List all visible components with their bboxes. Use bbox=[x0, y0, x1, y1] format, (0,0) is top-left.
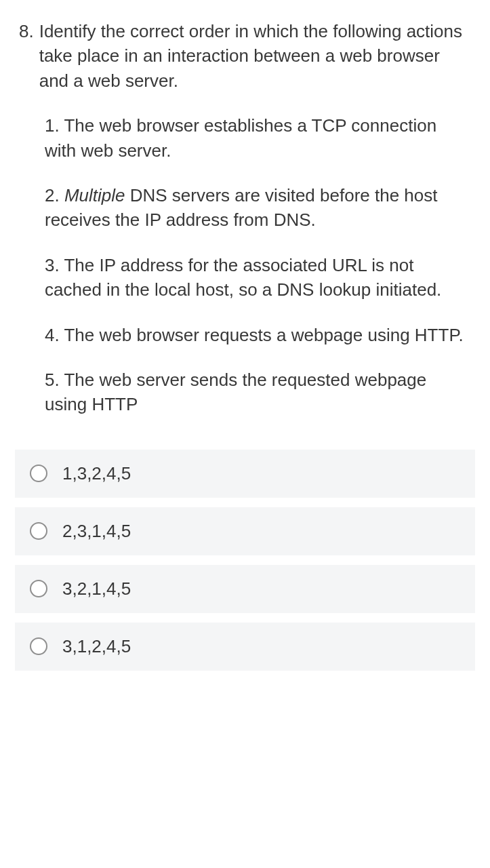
radio-icon bbox=[30, 580, 47, 597]
option-a[interactable]: 1,3,2,4,5 bbox=[15, 450, 475, 498]
option-d-label: 3,1,2,4,5 bbox=[62, 636, 131, 657]
question-item-2: 2. Multiple DNS servers are visited befo… bbox=[45, 183, 471, 233]
question-stem: Identify the correct order in which the … bbox=[39, 19, 471, 93]
option-b[interactable]: 2,3,1,4,5 bbox=[15, 507, 475, 555]
radio-icon bbox=[30, 522, 47, 540]
option-c-label: 3,2,1,4,5 bbox=[62, 578, 131, 599]
question-item-4: 4. The web browser requests a webpage us… bbox=[45, 323, 471, 347]
question-stem-row: 8. Identify the correct order in which t… bbox=[19, 19, 471, 93]
question-item-5: 5. The web server sends the requested we… bbox=[45, 368, 471, 417]
option-d[interactable]: 3,1,2,4,5 bbox=[15, 623, 475, 671]
question-number: 8. bbox=[19, 19, 39, 43]
question-item-2-italic: Multiple bbox=[64, 185, 125, 205]
question-block: 8. Identify the correct order in which t… bbox=[0, 19, 490, 417]
question-item-1: 1. The web browser establishes a TCP con… bbox=[45, 113, 471, 163]
radio-icon bbox=[30, 465, 47, 482]
option-b-label: 2,3,1,4,5 bbox=[62, 521, 131, 542]
question-item-2-prefix: 2. bbox=[45, 185, 64, 205]
option-c[interactable]: 3,2,1,4,5 bbox=[15, 565, 475, 613]
question-item-3: 3. The IP address for the associated URL… bbox=[45, 253, 471, 302]
option-a-label: 1,3,2,4,5 bbox=[62, 463, 131, 484]
options-list: 1,3,2,4,5 2,3,1,4,5 3,2,1,4,5 3,1,2,4,5 bbox=[0, 450, 490, 671]
radio-icon bbox=[30, 637, 47, 655]
